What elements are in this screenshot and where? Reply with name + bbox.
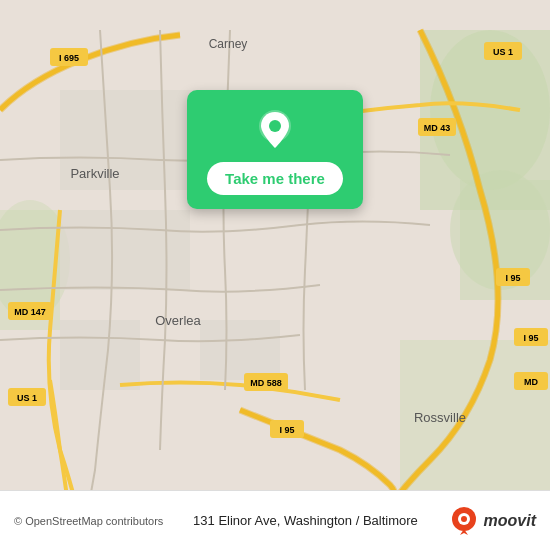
svg-text:MD 588: MD 588 [250,378,282,388]
location-pin-icon [253,108,297,152]
svg-text:US 1: US 1 [493,47,513,57]
map-container: I 695 US 1 MD 43 I 95 MD 147 US 1 MD 588… [0,0,550,550]
svg-rect-11 [200,320,280,380]
svg-text:Carney: Carney [209,37,248,51]
address-label: 131 Elinor Ave, Washington / Baltimore [163,513,447,528]
bottom-bar: © OpenStreetMap contributors 131 Elinor … [0,490,550,550]
map-attribution: © OpenStreetMap contributors [14,515,163,527]
svg-rect-9 [60,210,190,290]
svg-text:MD 43: MD 43 [424,123,451,133]
take-me-there-button[interactable]: Take me there [207,162,343,195]
svg-text:Parkville: Parkville [70,166,119,181]
svg-point-40 [269,120,281,132]
svg-point-43 [461,516,467,522]
navigation-card: Take me there [187,90,363,209]
svg-text:US 1: US 1 [17,393,37,403]
svg-text:I 95: I 95 [505,273,520,283]
moovit-icon [448,505,480,537]
moovit-text: moovit [484,512,536,530]
svg-text:MD 147: MD 147 [14,307,46,317]
svg-text:MD: MD [524,377,538,387]
svg-text:I 95: I 95 [279,425,294,435]
svg-text:Rossville: Rossville [414,410,466,425]
svg-text:I 95: I 95 [523,333,538,343]
moovit-logo: moovit [448,505,536,537]
svg-text:Overlea: Overlea [155,313,201,328]
svg-rect-10 [60,320,140,390]
svg-text:I 695: I 695 [59,53,79,63]
map-svg: I 695 US 1 MD 43 I 95 MD 147 US 1 MD 588… [0,0,550,550]
